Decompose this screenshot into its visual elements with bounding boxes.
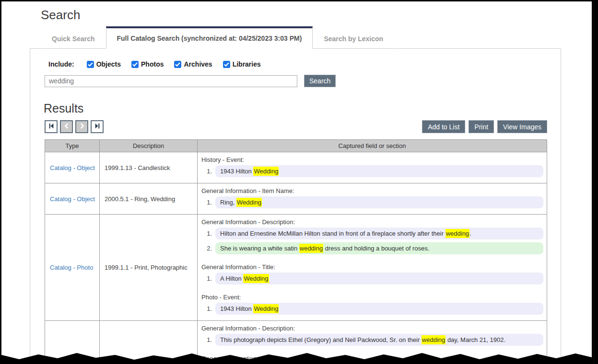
search-page: Search Quick Search Full Catalog Search …	[0, 0, 598, 364]
snippet-text: Ring,	[220, 199, 236, 206]
include-label: Include:	[48, 60, 74, 68]
snippet-text: This photograph depicts Ethel (Gregory) …	[220, 336, 422, 343]
first-page-button[interactable]	[45, 120, 58, 133]
table-row: Catalog - Object2000.5.1 - Ring, Wedding…	[45, 183, 547, 215]
search-input[interactable]	[45, 75, 297, 87]
captured-item: 1.1943 Hilton Wedding	[200, 165, 544, 177]
captured-cell: General Information - Description:1.This…	[198, 321, 547, 364]
description-cell: 1999.1.13 - Candlestick	[100, 152, 198, 183]
results-table-header: Type Description Captured field or secti…	[45, 140, 547, 152]
captured-snippet: She is wearing a white satin wedding dre…	[215, 242, 543, 254]
checkbox-archives[interactable]: Archives	[174, 60, 212, 68]
checkbox-label: Objects	[96, 60, 121, 68]
checkbox-checked-icon[interactable]	[223, 61, 230, 68]
column-header-description: Description	[100, 140, 198, 152]
item-number: 1.	[200, 275, 212, 282]
tab-quick-search[interactable]: Quick Search	[41, 28, 106, 49]
captured-item: 1.Ring, Wedding	[200, 196, 544, 208]
tab-full-catalog-search[interactable]: Full Catalog Search (synchronized at: 04…	[106, 26, 313, 49]
captured-snippet: Hilton and Ernestine McMillan Hilton sta…	[215, 228, 543, 239]
captured-snippet: This photograph depicts Ethel (Gregory) …	[215, 334, 543, 346]
tab-search-by-lexicon[interactable]: Search by Lexicon	[313, 28, 394, 49]
checkbox-checked-icon[interactable]	[131, 61, 139, 68]
section-label: General Information - Item Name:	[201, 187, 544, 194]
print-button[interactable]: Print	[469, 120, 494, 133]
snippet-text: dress and holding a bouquet of roses.	[323, 245, 429, 252]
item-number: 1.	[200, 336, 212, 343]
catalog-record-link[interactable]: Catalog - Object	[50, 195, 95, 203]
description-cell: 2000.5.1 - Ring, Wedding	[100, 183, 198, 215]
snippet-text: 1943 Hilton	[220, 168, 253, 175]
next-page-icon	[79, 123, 85, 131]
snippet-text: Hilton and Ernestine McMillan Hilton sta…	[220, 230, 446, 237]
search-button[interactable]: Search	[304, 75, 336, 87]
captured-snippet: Ring, Wedding	[215, 196, 543, 208]
checkbox-libraries[interactable]: Libraries	[223, 60, 261, 68]
checkbox-checked-icon[interactable]	[174, 61, 181, 68]
add-to-list-button[interactable]: Add to List	[422, 120, 465, 133]
column-header-captured: Captured field or section	[198, 140, 547, 152]
previous-page-button[interactable]	[60, 120, 73, 133]
captured-section: History - Event:1.1943 Hilton Wedding	[200, 156, 544, 177]
captured-item: 1.1943 Hilton Wedding	[200, 303, 544, 315]
last-page-icon	[94, 123, 101, 131]
description-cell: 2000.5.4 - Print, Photographic	[100, 321, 198, 364]
captured-snippet: 1943 Hilton Wedding	[215, 165, 543, 177]
checkbox-label: Photos	[141, 60, 164, 68]
section-label: General Information - Description:	[201, 218, 544, 226]
table-row: Catalog - Photo2000.5.4 - Print, Photogr…	[45, 321, 547, 364]
item-number: 2.	[200, 245, 212, 252]
snippet-text: day, March 21, 1902.	[446, 336, 505, 343]
results-toolbar: Add to List Print View Images	[45, 120, 547, 133]
search-term-highlight: wedding	[446, 229, 469, 238]
catalog-record-link[interactable]: Catalog - Object	[50, 164, 95, 171]
search-term-highlight: Wedding	[236, 198, 262, 207]
previous-page-icon	[63, 123, 70, 131]
table-row: Catalog - Photo1999.1.1 - Print, Photogr…	[45, 215, 547, 321]
type-cell: Catalog - Object	[45, 152, 100, 183]
next-page-button[interactable]	[75, 120, 88, 133]
snippet-text: .	[469, 230, 471, 237]
checkbox-objects[interactable]: Objects	[87, 60, 121, 68]
include-row: Include: Objects Photos Archives	[48, 60, 547, 68]
first-page-icon	[48, 123, 55, 131]
search-term-highlight: Wedding	[243, 274, 269, 283]
section-label: Photo - Event:	[201, 294, 544, 301]
captured-section: General Information - Item Name:1.Ring, …	[200, 187, 544, 208]
search-row: Search	[45, 75, 547, 87]
pagination	[45, 120, 104, 133]
catalog-record-link[interactable]: Catalog - Photo	[50, 264, 93, 271]
results-heading: Results	[44, 102, 547, 115]
checkbox-label: Libraries	[233, 60, 261, 68]
item-number: 1.	[200, 305, 212, 312]
checkbox-photos[interactable]: Photos	[131, 60, 164, 68]
item-number: 1.	[200, 199, 212, 206]
results-table-body: Catalog - Object1999.1.13 - CandlestickH…	[45, 152, 547, 364]
full-catalog-search-panel: Include: Objects Photos Archives	[30, 48, 561, 364]
checkbox-label: Archives	[184, 60, 212, 68]
results-table: Type Description Captured field or secti…	[45, 139, 547, 364]
checkbox-checked-icon[interactable]	[87, 61, 94, 68]
captured-item: 1.This photograph depicts Ethel (Gregory…	[200, 334, 544, 346]
captured-section: General Information - Title:1.Wedding	[200, 355, 544, 364]
snippet-text: She is wearing a white satin	[220, 245, 299, 252]
column-header-type: Type	[45, 140, 100, 152]
snippet-text: 1943 Hilton	[220, 305, 253, 312]
item-number: 1.	[200, 168, 212, 175]
search-term-highlight: wedding	[422, 335, 446, 344]
captured-snippet: 1943 Hilton Wedding	[215, 303, 543, 315]
captured-cell: History - Event:1.1943 Hilton Wedding	[198, 152, 547, 183]
captured-item: 2.She is wearing a white satin wedding d…	[200, 242, 544, 254]
page-title: Search	[41, 8, 598, 23]
captured-item: 1.A Hilton Wedding	[200, 273, 544, 284]
type-cell: Catalog - Photo	[45, 321, 100, 364]
item-number: 1.	[200, 230, 212, 237]
view-images-button[interactable]: View Images	[497, 120, 547, 133]
description-cell: 1999.1.1 - Print, Photographic	[100, 215, 198, 321]
captured-cell: General Information - Description:1.Hilt…	[198, 215, 547, 321]
last-page-button[interactable]	[91, 120, 104, 133]
captured-section: General Information - Description:1.This…	[200, 325, 544, 346]
search-term-highlight: wedding	[299, 244, 323, 253]
result-actions: Add to List Print View Images	[422, 120, 547, 133]
search-term-highlight: Wedding	[253, 304, 279, 313]
